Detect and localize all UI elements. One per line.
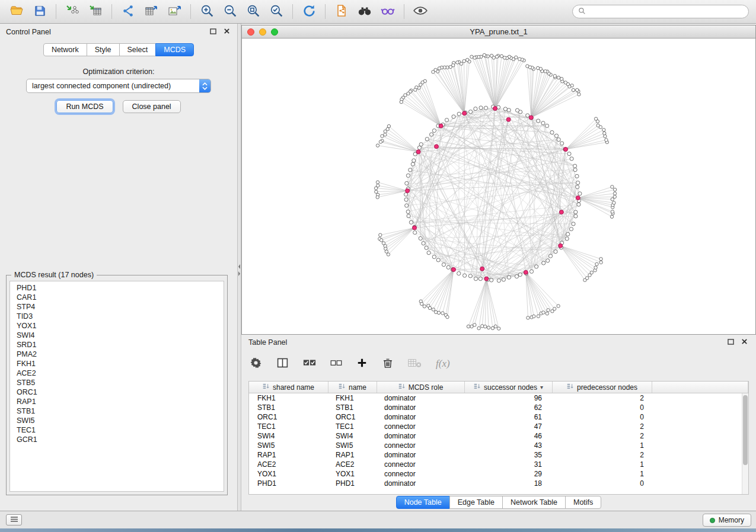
table-row[interactable]: ACE2ACE2connector311 [249, 460, 742, 469]
splitter-collapse-icon[interactable] [238, 264, 241, 278]
memory-button[interactable]: Memory [703, 514, 751, 527]
search-input[interactable] [589, 8, 743, 16]
column-header-shared-name[interactable]: shared name [249, 382, 328, 393]
table-scrollbar[interactable] [742, 393, 748, 494]
close-panel-icon[interactable] [224, 28, 230, 36]
table-row[interactable]: STB1STB1dominator620 [249, 403, 742, 412]
close-window-icon[interactable] [247, 28, 254, 36]
table-row[interactable]: PHD1PHD1dominator180 [249, 479, 742, 488]
network-window-titlebar[interactable]: YPA_prune.txt_1 [242, 25, 755, 39]
cell-c1: TEC1 [249, 422, 328, 431]
close-panel-icon[interactable] [741, 338, 748, 347]
cell-c3: dominator [377, 451, 465, 459]
deselect-all-button[interactable] [330, 358, 342, 370]
show-columns-button[interactable] [276, 357, 289, 371]
mcds-result-item[interactable]: CAR1 [10, 293, 224, 302]
zoom-in-button[interactable] [196, 2, 218, 21]
save-button[interactable] [29, 2, 50, 21]
tab-motifs[interactable]: Motifs [565, 496, 601, 509]
tab-mcds[interactable]: MCDS [155, 43, 194, 56]
cell-c1: ORC1 [249, 413, 328, 421]
mcds-result-item[interactable]: RAP1 [10, 397, 224, 406]
table-row[interactable]: FKH1FKH1dominator962 [249, 393, 742, 403]
mcds-result-item[interactable]: STB1 [10, 406, 224, 416]
column-header-predecessor-nodes[interactable]: predecessor nodes [553, 382, 652, 393]
share-network-icon [122, 4, 135, 20]
mcds-result-list[interactable]: PHD1CAR1STP4TID3YOX1SWI4SRD1PMA2FKH1ACE2… [9, 281, 224, 492]
mcds-result-item[interactable]: PHD1 [10, 283, 224, 293]
mcds-result-item[interactable]: YOX1 [10, 321, 224, 331]
apply-layout-button[interactable] [298, 2, 320, 21]
import-table-button[interactable] [85, 2, 106, 21]
glasses-button[interactable] [377, 2, 398, 21]
tab-select[interactable]: Select [119, 43, 157, 56]
table-settings-button[interactable] [250, 357, 262, 371]
mcds-result-item[interactable]: ORC1 [10, 387, 224, 397]
table-body: FKH1FKH1dominator962STB1STB1dominator620… [249, 393, 742, 494]
float-panel-icon[interactable] [210, 28, 216, 36]
float-panel-icon[interactable] [728, 338, 734, 347]
zoom-selected-button[interactable] [266, 2, 287, 21]
network-canvas[interactable] [242, 39, 755, 334]
show-hide-button[interactable] [410, 2, 431, 21]
mcds-result-item[interactable]: GCR1 [10, 435, 224, 444]
mcds-result-item[interactable]: PMA2 [10, 350, 224, 359]
delete-column-button[interactable] [382, 357, 394, 371]
share-document-button[interactable] [331, 2, 352, 21]
tab-edge-table[interactable]: Edge Table [449, 496, 503, 509]
tab-network[interactable]: Network [43, 43, 87, 56]
mcds-result-item[interactable]: TEC1 [10, 425, 224, 435]
mcds-result-item[interactable]: SRD1 [10, 340, 224, 350]
column-header-mcds-role[interactable]: MCDS role [377, 382, 465, 393]
table-row[interactable]: ORC1ORC1dominator610 [249, 412, 742, 422]
tab-network-table[interactable]: Network Table [502, 496, 566, 509]
minimize-window-icon[interactable] [259, 28, 266, 36]
table-row[interactable]: YOX1YOX1connector291 [249, 469, 742, 479]
mcds-result-item[interactable]: SWI5 [10, 416, 224, 425]
zoom-fit-button[interactable] [243, 2, 264, 21]
sort-icon [339, 383, 346, 392]
cell-c2: FKH1 [328, 394, 377, 402]
clear-table-button[interactable] [408, 358, 422, 370]
global-search[interactable] [572, 5, 749, 18]
tab-style[interactable]: Style [87, 43, 120, 56]
tab-node-table[interactable]: Node Table [396, 496, 450, 509]
table-row[interactable]: SWI4SWI4dominator462 [249, 431, 742, 441]
mcds-result-item[interactable]: FKH1 [10, 359, 224, 368]
status-bar: Memory [0, 511, 756, 528]
export-image-button[interactable] [164, 2, 185, 21]
mcds-result-item[interactable]: STB5 [10, 378, 224, 387]
function-builder-button[interactable]: f(x) [436, 358, 450, 370]
table-row[interactable]: SWI5SWI5connector431 [249, 441, 742, 450]
column-header-successor-nodes[interactable]: successor nodes ▾ [465, 382, 553, 393]
show-log-button[interactable] [6, 514, 22, 525]
export-table-button[interactable] [141, 2, 162, 21]
find-button[interactable] [354, 2, 375, 21]
table-row[interactable]: RAP1RAP1dominator352 [249, 450, 742, 460]
mcds-result-item[interactable]: TID3 [10, 312, 224, 321]
column-header-name[interactable]: name [328, 382, 377, 393]
binoculars-icon [357, 3, 372, 20]
table-row[interactable]: TEC1TEC1connector472 [249, 422, 742, 431]
cell-c4: 47 [465, 422, 553, 431]
close-panel-button[interactable]: Close panel [123, 100, 181, 113]
select-all-button[interactable] [303, 358, 316, 370]
share-network-button[interactable] [117, 2, 139, 21]
open-file-button[interactable] [6, 2, 27, 21]
import-network-button[interactable] [62, 2, 83, 21]
cell-c2: YOX1 [328, 470, 377, 478]
maximize-window-icon[interactable] [271, 28, 278, 36]
mcds-result-item[interactable]: SWI4 [10, 331, 224, 340]
vertical-splitter[interactable] [237, 24, 241, 511]
add-column-button[interactable] [356, 357, 368, 370]
refresh-icon [302, 4, 317, 20]
criterion-dropdown[interactable]: largest connected component (undirected) [26, 79, 211, 93]
mcds-result-item[interactable]: ACE2 [10, 368, 224, 378]
scrollbar-thumb[interactable] [743, 395, 748, 465]
zoom-out-button[interactable] [219, 2, 241, 21]
cell-c2: PHD1 [328, 479, 377, 488]
network-graph[interactable] [242, 39, 755, 334]
run-mcds-button[interactable]: Run MCDS [56, 100, 113, 113]
mcds-result-item[interactable]: STP4 [10, 302, 224, 312]
zoom-selected-icon [269, 4, 284, 20]
